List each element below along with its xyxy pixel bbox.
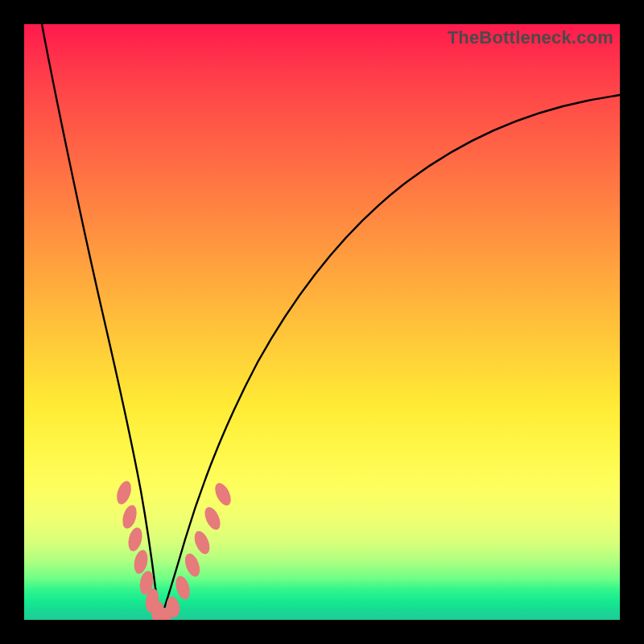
marker-point bbox=[126, 526, 145, 553]
marker-point bbox=[114, 479, 134, 506]
marker-point bbox=[182, 551, 202, 579]
marker-point bbox=[202, 505, 224, 532]
curve-layer bbox=[24, 24, 620, 620]
chart-frame: TheBottleneck.com bbox=[0, 0, 644, 644]
marker-point bbox=[212, 481, 234, 508]
marker-point bbox=[192, 529, 213, 556]
marker-point bbox=[173, 574, 192, 601]
curve-right-branch bbox=[161, 95, 620, 618]
plot-area: TheBottleneck.com bbox=[24, 24, 620, 620]
marker-group bbox=[114, 479, 234, 620]
marker-point bbox=[120, 503, 139, 530]
curve-left-branch bbox=[42, 24, 161, 618]
